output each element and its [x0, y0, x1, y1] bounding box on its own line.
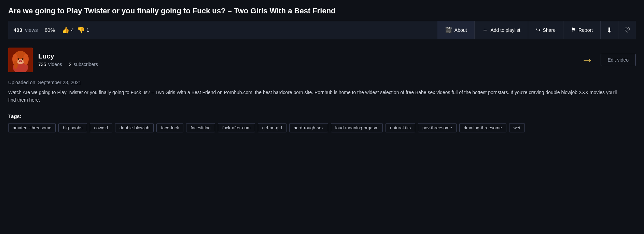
upload-date-label: Uploaded on:	[8, 80, 37, 85]
tag-item[interactable]: natural-tits	[386, 123, 415, 132]
thumbs-down-count: 1	[86, 27, 89, 33]
videos-count: 735	[38, 62, 46, 67]
add-to-playlist-label: Add to playlist	[490, 27, 520, 33]
tag-item[interactable]: hard-rough-sex	[289, 123, 328, 132]
video-description: Watch Are we going to Play Twister or yo…	[8, 89, 623, 104]
tag-item[interactable]: loud-moaning-orgasm	[331, 123, 383, 132]
tag-item[interactable]: fuck-after-cum	[218, 123, 255, 132]
svg-point-6	[23, 54, 29, 65]
tag-item[interactable]: pov-threesome	[418, 123, 457, 132]
report-label: Report	[578, 27, 593, 33]
tags-label: Tags:	[8, 113, 636, 119]
tag-item[interactable]: face-fuck	[156, 123, 183, 132]
svg-point-9	[22, 58, 24, 60]
share-label: Share	[543, 27, 556, 33]
tag-item[interactable]: wet	[509, 123, 525, 132]
tag-item[interactable]: double-blowjob	[115, 123, 154, 132]
arrow-icon: →	[582, 53, 594, 67]
favorite-icon: ♡	[624, 26, 630, 34]
tag-item[interactable]: rimming-threesome	[459, 123, 506, 132]
tag-item[interactable]: cowgirl	[90, 123, 112, 132]
report-button[interactable]: ⚑ Report	[563, 21, 600, 39]
thumbs-up-count: 4	[71, 27, 74, 33]
report-icon: ⚑	[571, 26, 576, 34]
add-to-playlist-button[interactable]: ＋ Add to playlist	[474, 21, 528, 39]
views-count: 403 views	[14, 27, 38, 33]
views-label: views	[25, 27, 38, 33]
svg-rect-12	[19, 61, 22, 61]
edit-video-button[interactable]: Edit video	[601, 54, 636, 66]
thumbs-up-icon: 👍	[62, 26, 69, 34]
subscribers-count: 2	[69, 62, 72, 67]
download-button[interactable]: ⬇	[600, 21, 618, 39]
favorite-button[interactable]: ♡	[618, 21, 636, 39]
svg-point-8	[18, 58, 19, 60]
upload-date: Uploaded on: September 23, 2021	[8, 78, 636, 85]
action-bar: 403 views 80% 👍 4 👎 1 🎬 About	[8, 21, 636, 39]
thumbs-up-button[interactable]: 👍 4	[62, 26, 74, 34]
share-button[interactable]: ↪ Share	[528, 21, 563, 39]
tag-item[interactable]: amateur-threesome	[8, 123, 56, 132]
vote-section: 👍 4 👎 1	[62, 26, 89, 34]
svg-point-7	[14, 61, 18, 69]
about-button[interactable]: 🎬 About	[437, 21, 475, 39]
video-title: Are we going to Play Twister or you fina…	[8, 6, 636, 16]
share-icon: ↪	[536, 26, 541, 34]
tags-container: amateur-threesomebig-boobscowgirldouble-…	[8, 123, 636, 132]
channel-meta: 735 videos 2 subscribers	[38, 62, 98, 67]
tag-item[interactable]: girl-on-girl	[258, 123, 286, 132]
rating-percent: 80%	[45, 27, 55, 33]
channel-avatar[interactable]	[8, 48, 33, 72]
tag-item[interactable]: big-boobs	[58, 123, 87, 132]
channel-name[interactable]: Lucy	[38, 52, 98, 60]
about-icon: 🎬	[445, 26, 452, 34]
edit-section: → Edit video	[582, 53, 636, 67]
svg-point-13	[20, 59, 21, 60]
views-number: 403	[14, 27, 22, 33]
tags-section: Tags: amateur-threesomebig-boobscowgirld…	[8, 113, 636, 132]
about-label: About	[454, 27, 467, 33]
upload-date-value: September 23, 2021	[38, 80, 81, 85]
channel-section: Lucy 735 videos 2 subscribers → Edit vid…	[8, 39, 636, 78]
stats-section: 403 views 80% 👍 4 👎 1	[8, 26, 437, 34]
tag-item[interactable]: facesitting	[186, 123, 215, 132]
channel-info: Lucy 735 videos 2 subscribers	[38, 52, 98, 67]
subscribers-label: subscribers	[73, 62, 98, 67]
add-icon: ＋	[482, 26, 488, 34]
download-icon: ⬇	[606, 26, 612, 34]
thumbs-down-icon: 👎	[77, 26, 85, 34]
thumbs-down-button[interactable]: 👎 1	[77, 26, 89, 34]
videos-label: videos	[48, 62, 62, 67]
action-buttons: 🎬 About ＋ Add to playlist ↪ Share ⚑ Repo…	[437, 21, 636, 39]
